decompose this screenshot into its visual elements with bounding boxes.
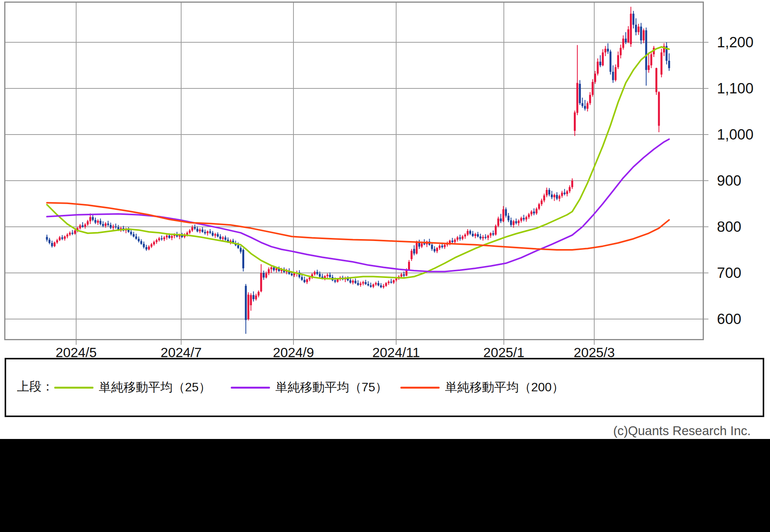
legend-prefix-label: 上段： [17,378,54,395]
y-axis-tick-label: 1,000 [717,126,753,143]
sma200-line [47,203,669,250]
y-axis-tick-label: 700 [717,265,741,281]
chart-canvas: 1,2001,1001,0009008007006002024/52024/72… [0,0,770,361]
legend-item-sma200: 単純移動平均（200） [400,379,564,396]
plot-border [5,2,703,339]
legend: 上段： 単純移動平均（25） 単純移動平均（75） 単純移動平均（200） [5,358,764,417]
axis-labels: 1,2001,1001,0009008007006002024/52024/72… [55,34,753,360]
y-axis-tick-label: 900 [717,173,741,189]
bottom-black-bar [0,439,770,532]
candlestick-chart: 1,2001,1001,0009008007006002024/52024/72… [0,0,770,361]
sma25-line [47,47,669,279]
legend-item-sma75: 単純移動平均（75） [231,379,388,396]
sma75-line-sample [231,387,270,389]
legend-label-sma25: 単純移動平均（25） [99,379,211,396]
y-axis-tick-label: 800 [717,219,741,235]
legend-item-sma25: 単純移動平均（25） [54,379,211,396]
legend-label-sma75: 単純移動平均（75） [275,379,388,396]
y-axis-tick-label: 600 [717,311,741,327]
copyright-text: (c)Quants Research Inc. [613,424,751,438]
candles [46,7,670,334]
sma25-line-sample [54,387,93,389]
screenshot-root: 1,2001,1001,0009008007006002024/52024/72… [0,0,770,532]
y-axis-tick-label: 1,200 [717,34,753,50]
legend-label-sma200: 単純移動平均（200） [445,379,564,396]
y-axis-tick-label: 1,100 [717,80,753,96]
sma200-line-sample [400,387,440,389]
